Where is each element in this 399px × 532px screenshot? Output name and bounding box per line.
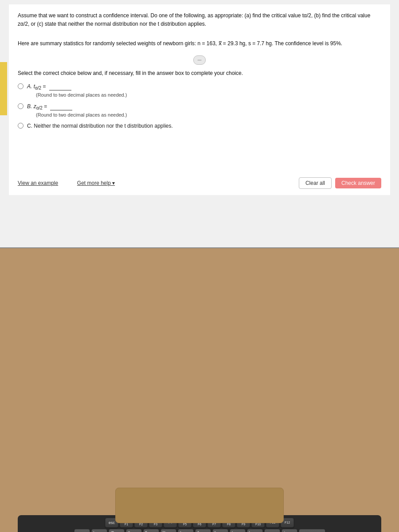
trackpad[interactable]	[115, 488, 284, 523]
yellow-strip	[0, 62, 7, 115]
option-b-label: B. zα/2 = (Round to two decimal places a…	[27, 102, 381, 119]
key-5[interactable]: %5	[160, 529, 176, 532]
key-delete[interactable]: delete	[299, 529, 325, 532]
option-c-row: C. Neither the normal distribution nor t…	[18, 122, 381, 130]
key-1[interactable]: !1	[91, 529, 107, 532]
key-minus[interactable]: _-	[264, 529, 280, 532]
option-b-sub: (Round to two decimal places as needed.)	[36, 111, 381, 119]
key-4[interactable]: $4	[143, 529, 159, 532]
option-a-input[interactable]	[49, 82, 71, 90]
number-key-row: ~` !1 @2 #3 $4 %5 ^6 &7 *8 (9 )0 _- += d…	[21, 529, 378, 532]
stats-text: Here are summary statistics for randomly…	[18, 39, 381, 47]
question-main-text: Assume that we want to construct a confi…	[18, 12, 381, 28]
option-a-label: A. tα/2 = (Round to two decimal places a…	[27, 82, 381, 99]
screen-area: Assume that we want to construct a confi…	[0, 0, 399, 248]
option-a-radio[interactable]	[18, 83, 23, 89]
key-equals[interactable]: +=	[282, 529, 297, 532]
option-b-row: B. zα/2 = (Round to two decimal places a…	[18, 102, 381, 119]
key-backtick[interactable]: ~`	[74, 529, 90, 532]
option-a-text: A. tα/2 =	[27, 83, 71, 90]
option-b-text: B. zα/2 =	[27, 103, 72, 110]
key-6[interactable]: ^6	[178, 529, 194, 532]
select-instruction: Select the correct choice below and, if …	[18, 69, 381, 77]
get-more-help-link[interactable]: Get more help ▾	[77, 179, 115, 187]
option-b-radio[interactable]	[18, 103, 23, 109]
key-2[interactable]: @2	[109, 529, 125, 532]
separator	[70, 179, 73, 187]
option-b-input[interactable]	[50, 102, 72, 110]
option-a-sub: (Round to two decimal places as needed.)	[36, 91, 381, 99]
clear-all-button[interactable]: Clear all	[299, 177, 332, 189]
key-9[interactable]: (9	[230, 529, 246, 532]
option-c-label: C. Neither the normal distribution nor t…	[27, 122, 381, 130]
view-example-link[interactable]: View an example	[18, 179, 58, 187]
laptop-body: MacBook Air esc 🔅F1 🔆F2 ⌕F3 F4 🔇F5 🔈F6 🔉…	[0, 248, 399, 532]
key-8[interactable]: *8	[212, 529, 228, 532]
option-c-text: C. Neither the normal distribution nor t…	[27, 123, 173, 129]
bottom-bar: View an example Get more help ▾ Clear al…	[9, 177, 390, 189]
key-0[interactable]: )0	[247, 529, 263, 532]
key-7[interactable]: &7	[195, 529, 211, 532]
option-c-radio[interactable]	[18, 123, 23, 129]
check-answer-button[interactable]: Check answer	[335, 178, 381, 188]
option-a-row: A. tα/2 = (Round to two decimal places a…	[18, 82, 381, 99]
content-area: Assume that we want to construct a confi…	[9, 4, 390, 195]
expand-button[interactable]: ···	[193, 55, 205, 65]
key-3[interactable]: #3	[126, 529, 142, 532]
